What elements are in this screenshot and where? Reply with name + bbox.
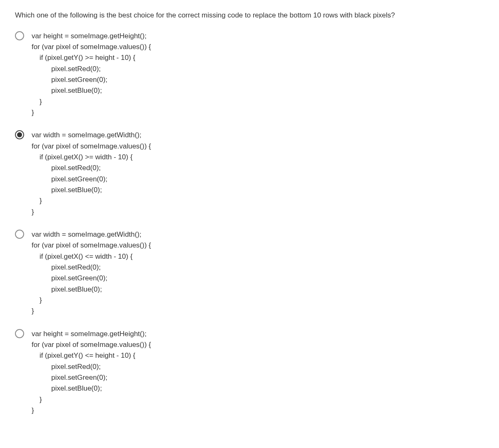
radio-button-3[interactable] — [15, 329, 24, 338]
option-2[interactable]: var width = someImage.getWidth(); for (v… — [15, 229, 484, 317]
option-0[interactable]: var height = someImage.getHeight(); for … — [15, 31, 484, 119]
option-code-0: var height = someImage.getHeight(); for … — [32, 31, 151, 119]
option-code-2: var width = someImage.getWidth(); for (v… — [32, 229, 151, 317]
question-text: Which one of the following is the best c… — [15, 10, 484, 21]
option-code-3: var height = someImage.getHeight(); for … — [32, 329, 151, 416]
radio-button-1[interactable] — [15, 130, 24, 139]
option-1[interactable]: var width = someImage.getWidth(); for (v… — [15, 130, 484, 218]
option-code-1: var width = someImage.getWidth(); for (v… — [32, 130, 151, 218]
option-3[interactable]: var height = someImage.getHeight(); for … — [15, 329, 484, 416]
radio-button-0[interactable] — [15, 31, 24, 40]
radio-button-2[interactable] — [15, 230, 24, 239]
